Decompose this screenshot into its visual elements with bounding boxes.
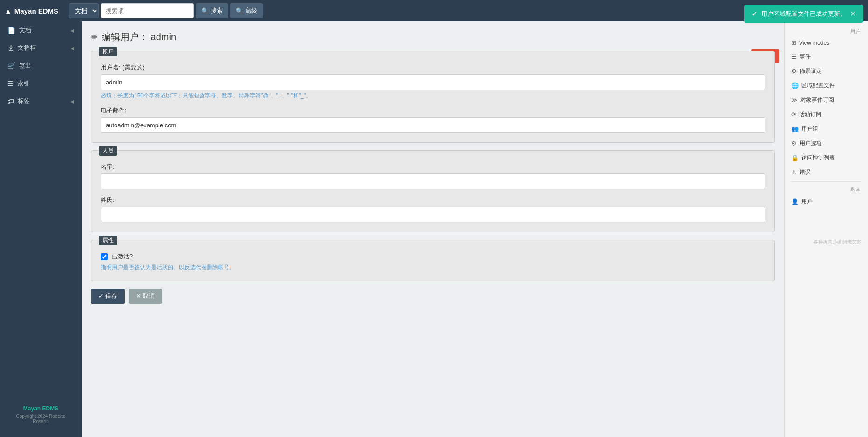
errors-label: 错误 <box>800 168 811 176</box>
toast-check-icon: ✓ <box>752 9 758 18</box>
account-legend: 帐户 <box>99 47 117 56</box>
username-input[interactable] <box>101 74 765 90</box>
attributes-legend: 属性 <box>99 236 117 245</box>
sidebar-item-tags-label: 标签 <box>18 97 67 105</box>
search-input[interactable] <box>101 3 194 18</box>
viewmodes-icon: ⊞ <box>791 39 796 46</box>
username-label: 用户名: (需要的) <box>101 63 765 72</box>
edit-icon: ✏ <box>91 32 98 42</box>
right-panel-item-usergroups[interactable]: 👥 用户组 <box>785 122 868 136</box>
search-button[interactable]: 🔍 搜索 <box>196 3 228 18</box>
sidebar-item-documents-label: 文档 <box>19 26 67 35</box>
username-hint: 必填；长度为150个字符或以下；只能包含字母、数字、特殊字符"@"、"."、"-… <box>101 92 765 100</box>
right-panel-item-user-options[interactable]: ⚙ 用户选项 <box>785 136 868 151</box>
sidebar-item-index-label: 索引 <box>17 79 74 88</box>
right-panel-item-locale[interactable]: 🌐 区域配置文件 <box>785 78 868 93</box>
active-group: 已激活? 指明用户是否被认为是活跃的。以反选代替删除帐号。 <box>101 252 765 271</box>
theme-icon: ⚙ <box>791 68 797 75</box>
object-events-label: 对象事件订阅 <box>800 96 834 104</box>
topnav: ▲ Mayan EDMS 文档 🔍 搜索 🔍 高级 <box>0 0 868 21</box>
right-panel-item-errors[interactable]: ⚠ 错误 <box>785 165 868 180</box>
page-header: ✏ 编辑用户： admin <box>91 31 775 43</box>
right-panel-item-viewmodes[interactable]: ⊞ View modes <box>785 36 868 49</box>
active-checkbox-label[interactable]: 已激活? <box>101 252 765 261</box>
usergroups-label: 用户组 <box>801 125 818 133</box>
firstname-group: 名字: <box>101 163 765 189</box>
user-icon: 👤 <box>791 198 799 205</box>
sidebar-footer: Mayan EDMS Copyright 2024 Roberto Rosari… <box>0 396 82 428</box>
documents-icon: 📄 <box>7 27 15 34</box>
sidebar-item-checkout-label: 签出 <box>19 62 74 70</box>
events-icon: ☰ <box>791 53 797 60</box>
logo-text: Mayan EDMS <box>14 7 58 15</box>
right-panel-item-user[interactable]: 👤 用户 <box>785 194 868 209</box>
content-area: 操作 ▾ ✏ 编辑用户： admin 帐户 用户名: (需要的) 必填；长度为1… <box>82 21 784 437</box>
active-desc: 指明用户是否被认为是活跃的。以反选代替删除帐号。 <box>101 264 765 271</box>
cancel-button[interactable]: ✕ 取消 <box>129 289 163 304</box>
right-panel-title: 用户 <box>785 25 868 36</box>
main-layout: 📄 文档 ◀ 🗄 文档柜 ◀ 🛒 签出 ☰ 索引 🏷 标签 ◀ Mayan ED… <box>0 21 868 437</box>
acl-icon: 🔒 <box>791 154 799 161</box>
right-panel-item-acl[interactable]: 🔒 访问控制列表 <box>785 151 868 165</box>
save-button[interactable]: ✓ 保存 <box>91 289 125 304</box>
advanced-icon: 🔍 <box>236 7 243 14</box>
events-label: 事件 <box>800 53 811 61</box>
right-panel-item-events[interactable]: ☰ 事件 <box>785 49 868 64</box>
email-label: 电子邮件: <box>101 106 765 115</box>
right-panel-item-activity-subs[interactable]: ⟳ 活动订阅 <box>785 107 868 122</box>
checkout-icon: 🛒 <box>7 62 15 69</box>
object-events-icon: ≫ <box>791 97 798 104</box>
right-panel-footer: 各种折腾@杨|清老艾苏 <box>785 237 868 247</box>
username-group: 用户名: (需要的) 必填；长度为150个字符或以下；只能包含字母、数字、特殊字… <box>101 63 765 100</box>
active-label-text: 已激活? <box>111 252 133 261</box>
sidebar-item-cabinet[interactable]: 🗄 文档柜 ◀ <box>0 39 82 57</box>
sidebar-item-cabinet-label: 文档柜 <box>18 44 67 52</box>
sidebar-footer-copy: Copyright 2024 Roberto Rosario <box>7 414 74 424</box>
toast-message: 用户区域配置文件已成功更新。 <box>761 10 846 18</box>
sidebar-footer-title: Mayan EDMS <box>7 405 74 412</box>
user-label: 用户 <box>801 198 813 206</box>
personnel-section: 人员 名字: 姓氏: <box>91 150 775 232</box>
activity-subs-icon: ⟳ <box>791 111 796 118</box>
toast-notification: ✓ 用户区域配置文件已成功更新。 ✕ <box>744 5 863 23</box>
activity-subs-label: 活动订阅 <box>799 111 821 118</box>
firstname-input[interactable] <box>101 173 765 189</box>
user-options-icon: ⚙ <box>791 140 797 147</box>
cabinet-arrow: ◀ <box>70 46 74 51</box>
sidebar-item-checkout[interactable]: 🛒 签出 <box>0 57 82 75</box>
advanced-search-button[interactable]: 🔍 高级 <box>230 3 263 18</box>
back-label[interactable]: 返回 <box>785 184 868 194</box>
sidebar-item-tags[interactable]: 🏷 标签 ◀ <box>0 92 82 110</box>
email-input[interactable] <box>101 117 765 133</box>
cabinet-icon: 🗄 <box>7 44 14 52</box>
attributes-section: 属性 已激活? 指明用户是否被认为是活跃的。以反选代替删除帐号。 <box>91 240 775 281</box>
sidebar-item-index[interactable]: ☰ 索引 <box>0 75 82 92</box>
active-checkbox[interactable] <box>101 253 108 260</box>
page-title: 编辑用户： admin <box>102 31 176 43</box>
logo-icon: ▲ <box>5 7 12 15</box>
viewmodes-label: View modes <box>799 40 829 46</box>
tags-arrow: ◀ <box>70 99 74 104</box>
errors-icon: ⚠ <box>791 169 797 176</box>
search-group: 文档 🔍 搜索 🔍 高级 <box>69 3 263 18</box>
sidebar: 📄 文档 ◀ 🗄 文档柜 ◀ 🛒 签出 ☰ 索引 🏷 标签 ◀ Mayan ED… <box>0 21 82 437</box>
right-panel: 用户 ⊞ View modes ☰ 事件 ⚙ 佈景设定 🌐 区域配置文件 ≫ 对… <box>784 21 868 437</box>
account-section: 帐户 用户名: (需要的) 必填；长度为150个字符或以下；只能包含字母、数字、… <box>91 51 775 143</box>
app-logo: ▲ Mayan EDMS <box>5 7 65 15</box>
lastname-group: 姓氏: <box>101 196 765 222</box>
right-panel-divider <box>791 181 861 182</box>
sidebar-item-documents[interactable]: 📄 文档 ◀ <box>0 21 82 39</box>
toast-close-button[interactable]: ✕ <box>850 10 856 18</box>
personnel-legend: 人员 <box>99 146 117 156</box>
theme-label: 佈景设定 <box>800 67 822 75</box>
right-panel-item-object-events[interactable]: ≫ 对象事件订阅 <box>785 93 868 107</box>
documents-arrow: ◀ <box>70 28 74 33</box>
search-type-select[interactable]: 文档 <box>69 3 99 18</box>
tags-icon: 🏷 <box>7 97 14 105</box>
lastname-input[interactable] <box>101 207 765 222</box>
acl-label: 访问控制列表 <box>801 154 835 162</box>
right-panel-item-theme[interactable]: ⚙ 佈景设定 <box>785 64 868 78</box>
firstname-label: 名字: <box>101 163 765 171</box>
search-icon: 🔍 <box>201 7 209 14</box>
form-actions: ✓ 保存 ✕ 取消 <box>91 289 775 304</box>
